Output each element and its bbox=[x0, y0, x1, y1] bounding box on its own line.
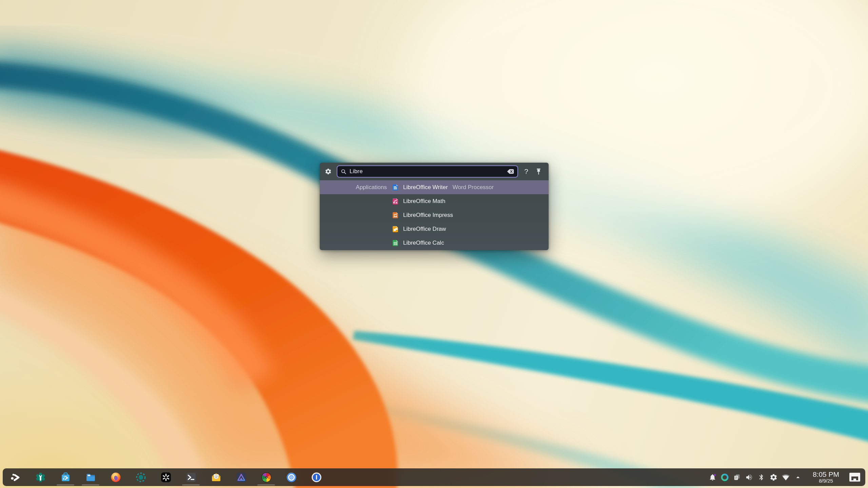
result-title: LibreOffice Draw bbox=[403, 226, 446, 232]
krunner-pin-button[interactable] bbox=[532, 165, 545, 178]
show-desktop-button[interactable] bbox=[848, 469, 862, 485]
tray-status-ring[interactable] bbox=[720, 470, 729, 484]
desktop: Libre ? Applications bbox=[0, 0, 868, 488]
launcher-dolphin[interactable] bbox=[84, 468, 97, 486]
1password-icon bbox=[311, 472, 322, 483]
search-icon bbox=[341, 169, 347, 175]
result-row-math[interactable]: LibreOffice Math bbox=[320, 194, 549, 208]
launcher-chromium[interactable] bbox=[284, 468, 298, 486]
search-input[interactable]: Libre bbox=[337, 165, 518, 178]
result-subtitle: Word Processor bbox=[453, 184, 494, 191]
launcher-discover[interactable] bbox=[59, 468, 72, 486]
clipboard-icon bbox=[733, 473, 741, 481]
konsole-icon bbox=[185, 472, 197, 483]
running-indicator bbox=[182, 484, 200, 486]
status-ring-icon bbox=[721, 473, 729, 482]
launcher-digikam[interactable] bbox=[259, 468, 273, 486]
bluetooth-icon bbox=[758, 474, 765, 481]
tray-updates[interactable] bbox=[769, 470, 778, 484]
system-settings-icon bbox=[35, 472, 46, 483]
wifi-icon bbox=[782, 473, 790, 481]
configure-gear-icon bbox=[325, 168, 332, 175]
libreoffice-impress-icon bbox=[392, 211, 399, 219]
svg-text:@: @ bbox=[214, 474, 218, 478]
jellyfin-icon bbox=[236, 472, 247, 483]
launcher-system-settings[interactable] bbox=[34, 468, 47, 486]
result-row-impress[interactable]: LibreOffice Impress bbox=[320, 208, 549, 222]
launcher-jellyfin[interactable] bbox=[234, 468, 248, 486]
chatgpt-icon bbox=[160, 472, 172, 483]
result-row-calc[interactable]: LibreOffice Calc bbox=[320, 236, 549, 250]
show-desktop-icon bbox=[849, 472, 861, 482]
launcher-kmail[interactable]: @ bbox=[209, 468, 223, 486]
search-query-text: Libre bbox=[350, 168, 506, 175]
krunner-help-button[interactable]: ? bbox=[520, 165, 532, 178]
krunner-popup: Libre ? Applications bbox=[320, 163, 549, 250]
system-tray bbox=[708, 470, 802, 484]
tray-wifi[interactable] bbox=[781, 470, 790, 484]
tray-clipboard[interactable] bbox=[732, 470, 741, 484]
libreoffice-writer-icon bbox=[392, 184, 399, 191]
running-indicator bbox=[82, 484, 99, 486]
running-indicator bbox=[57, 484, 74, 486]
firefox-icon bbox=[110, 472, 121, 483]
launcher-chatgpt[interactable] bbox=[159, 468, 173, 486]
result-row-writer[interactable]: Applications LibreOffice Writer Word Pro… bbox=[320, 180, 549, 194]
launcher-dashed-circle-app[interactable] bbox=[134, 468, 147, 486]
digital-clock[interactable]: 8:05 PM 8/9/25 bbox=[806, 471, 846, 484]
tray-notifications[interactable] bbox=[708, 470, 717, 484]
discover-icon bbox=[60, 472, 71, 483]
result-category-label: Applications bbox=[320, 184, 392, 191]
result-row-draw[interactable]: LibreOffice Draw bbox=[320, 222, 549, 236]
result-title: LibreOffice Writer bbox=[403, 184, 448, 191]
tray-volume[interactable] bbox=[745, 470, 753, 484]
launcher-1password[interactable] bbox=[310, 468, 323, 486]
result-title: LibreOffice Calc bbox=[403, 240, 444, 246]
chromium-icon bbox=[286, 472, 297, 483]
krunner-toolbar: Libre ? bbox=[320, 163, 549, 180]
dashed-circle-app-icon bbox=[135, 472, 146, 483]
pin-icon bbox=[536, 168, 541, 175]
result-title: LibreOffice Impress bbox=[403, 212, 453, 219]
notifications-bell-icon bbox=[709, 473, 716, 481]
dolphin-folder-icon bbox=[85, 472, 96, 483]
running-indicator bbox=[257, 484, 275, 486]
clear-search-button[interactable] bbox=[506, 165, 515, 178]
clock-date: 8/9/25 bbox=[819, 478, 833, 484]
panel-right-area: 8:05 PM 8/9/25 bbox=[708, 469, 865, 485]
launcher-firefox[interactable] bbox=[109, 468, 122, 486]
plasma-menu-icon bbox=[10, 472, 21, 483]
launcher-konsole[interactable] bbox=[184, 468, 198, 486]
updates-gear-icon bbox=[770, 473, 777, 481]
volume-icon bbox=[745, 473, 753, 481]
krunner-settings-button[interactable] bbox=[323, 165, 333, 178]
result-title: LibreOffice Math bbox=[403, 198, 445, 205]
launcher-plasma-menu[interactable] bbox=[8, 468, 22, 486]
tray-expand-arrow[interactable] bbox=[793, 470, 802, 484]
digikam-icon bbox=[261, 472, 272, 483]
clock-time: 8:05 PM bbox=[813, 471, 839, 478]
krunner-results: Applications LibreOffice Writer Word Pro… bbox=[320, 180, 549, 250]
clear-backspace-icon bbox=[507, 169, 514, 174]
taskbar-panel: @ bbox=[3, 468, 865, 486]
libreoffice-math-icon bbox=[392, 198, 399, 205]
libreoffice-draw-icon bbox=[392, 225, 399, 233]
libreoffice-calc-icon bbox=[392, 239, 399, 247]
tray-bluetooth[interactable] bbox=[757, 470, 766, 484]
kmail-icon: @ bbox=[211, 472, 222, 483]
expand-tray-arrow-icon bbox=[795, 474, 801, 480]
task-manager: @ bbox=[3, 468, 323, 486]
